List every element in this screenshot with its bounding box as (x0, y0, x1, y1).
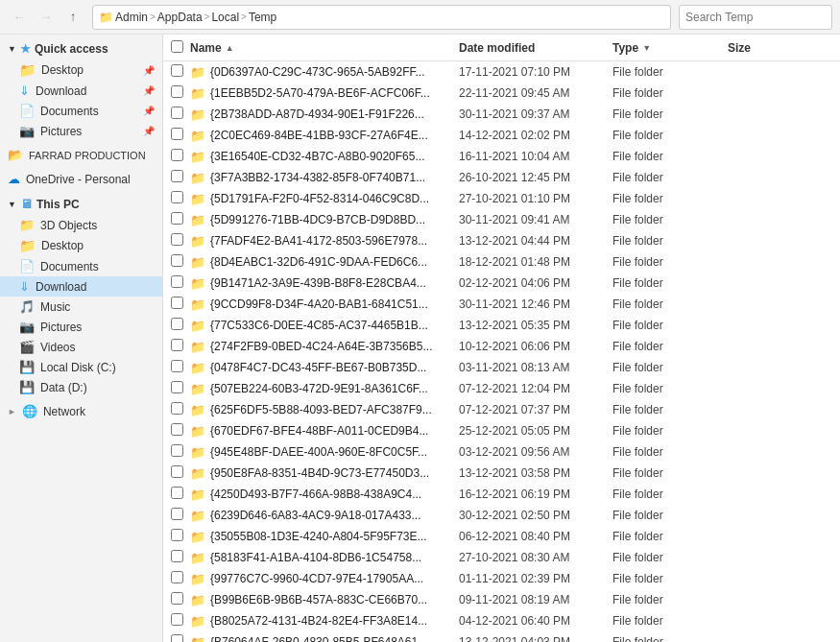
table-row[interactable]: 📁 {0478F4C7-DC43-45FF-BE67-B0B735D... 03… (163, 357, 840, 378)
sidebar-item-farrad[interactable]: 📂 FARRAD PRODUCTION (0, 145, 162, 165)
sidebar-item-local-disk-c[interactable]: 💾 Local Disk (C:) (0, 357, 162, 377)
table-row[interactable]: 📁 {4250D493-B7F7-466A-98B8-438A9C4... 16… (163, 484, 840, 505)
sidebar-item-download-quick[interactable]: ⇓ Download 📌 (0, 81, 162, 101)
sidebar-item-download-pc[interactable]: ⇓ Download (0, 276, 162, 297)
row-checkbox[interactable] (171, 423, 183, 436)
sidebar-item-documents-quick[interactable]: 📄 Documents 📌 (0, 101, 162, 121)
col-header-date[interactable]: Date modified (459, 41, 612, 55)
row-checkbox[interactable] (171, 381, 183, 393)
row-checkbox[interactable] (171, 529, 183, 541)
file-type: File folder (612, 150, 728, 163)
file-name-col: 📁 {950E8FA8-8351-4B4D-9C73-E77450D3... (190, 466, 459, 481)
table-row[interactable]: 📁 {507EB224-60B3-472D-9E91-8A361C6F... 0… (163, 378, 840, 399)
sidebar-item-data-d[interactable]: 💾 Data (D:) (0, 377, 162, 397)
table-row[interactable]: 📁 {0D6397A0-C29C-473C-965A-5AB92FF... 17… (163, 61, 840, 83)
sidebar-header-quick-access[interactable]: ▼ ★ Quick access (0, 38, 162, 59)
sidebar-item-documents-pc[interactable]: 📄 Documents (0, 256, 162, 276)
row-checkbox[interactable] (171, 360, 183, 372)
sidebar-item-network[interactable]: ► 🌐 Network (0, 401, 162, 421)
table-row[interactable]: 📁 {2C0EC469-84BE-41BB-93CF-27A6F4E... 14… (163, 125, 840, 146)
row-checkbox[interactable] (171, 254, 183, 267)
row-checkbox[interactable] (171, 465, 183, 478)
row-checkbox[interactable] (171, 444, 183, 457)
file-type: File folder (612, 255, 728, 269)
row-checkbox[interactable] (171, 571, 183, 583)
table-row[interactable]: 📁 {945E48BF-DAEE-400A-960E-8FC0C5F... 03… (163, 441, 840, 463)
table-row[interactable]: 📁 {8D4EABC1-32D6-491C-9DAA-FED6C6... 18-… (163, 251, 840, 273)
row-checkbox[interactable] (171, 592, 183, 605)
sidebar-item-3dobjects[interactable]: 📁 3D Objects (0, 215, 162, 235)
file-date: 13-12-2021 04:03 PM (459, 635, 612, 642)
row-checkbox[interactable] (171, 297, 183, 309)
table-row[interactable]: 📁 {670EDF67-BFE4-48BF-A011-0CED9B4... 25… (163, 420, 840, 441)
col-name-label: Name (190, 41, 222, 55)
row-checkbox[interactable] (171, 170, 183, 182)
row-checkbox[interactable] (171, 508, 183, 520)
nav-buttons: ← → ↑ (8, 6, 84, 29)
table-row[interactable]: 📁 {3E16540E-CD32-4B7C-A8B0-9020F65... 16… (163, 146, 840, 167)
row-checkbox[interactable] (171, 402, 183, 415)
row-checkbox[interactable] (171, 149, 183, 161)
sidebar-item-music[interactable]: 🎵 Music (0, 297, 162, 317)
sidebar-item-videos[interactable]: 🎬 Videos (0, 337, 162, 357)
file-date: 27-10-2021 01:10 PM (459, 192, 612, 205)
table-row[interactable]: 📁 {7FADF4E2-BA41-4172-8503-596E7978... 1… (163, 230, 840, 251)
table-row[interactable]: 📁 {58183F41-A1BA-4104-8DB6-1C54758... 27… (163, 547, 840, 568)
table-row[interactable]: 📁 {35055B08-1D3E-4240-A804-5F95F73E... 0… (163, 526, 840, 547)
table-row[interactable]: 📁 {9CCD99F8-D34F-4A20-BAB1-6841C51... 30… (163, 294, 840, 315)
table-row[interactable]: 📁 {5D1791FA-F2F0-4F52-8314-046C9C8D... 2… (163, 188, 840, 209)
sidebar-item-pictures-quick[interactable]: 📷 Pictures 📌 (0, 121, 162, 141)
file-name: {274F2FB9-0BED-4C24-A64E-3B7356B5... (210, 340, 432, 353)
row-checkbox-col (171, 508, 190, 523)
table-row[interactable]: 📁 {9B1471A2-3A9E-439B-B8F8-E28CBA4... 02… (163, 273, 840, 294)
row-checkbox[interactable] (171, 233, 183, 246)
row-checkbox[interactable] (171, 191, 183, 203)
table-row[interactable]: 📁 {625F6DF5-5B88-4093-BED7-AFC387F9... 0… (163, 399, 840, 420)
select-all-checkbox[interactable] (171, 40, 183, 53)
col-type-dropdown-icon[interactable]: ▼ (642, 43, 651, 53)
back-button[interactable]: ← (8, 6, 31, 29)
row-checkbox[interactable] (171, 64, 183, 77)
row-checkbox[interactable] (171, 339, 183, 351)
sidebar-item-onedrive[interactable]: ☁ OneDrive - Personal (0, 169, 162, 189)
row-checkbox[interactable] (171, 107, 183, 119)
row-checkbox[interactable] (171, 318, 183, 330)
table-row[interactable]: 📁 {1EEBB5D2-5A70-479A-BE6F-ACFC06F... 22… (163, 83, 840, 104)
file-name: {B76064AF-26B0-4830-85B5-BF648A61... (210, 635, 427, 642)
table-row[interactable]: 📁 {2B738ADD-A87D-4934-90E1-F91F226... 30… (163, 104, 840, 125)
farrad-icon: 📂 (8, 148, 23, 162)
file-type: File folder (612, 635, 728, 642)
file-type: File folder (612, 614, 728, 628)
sidebar-item-pictures-pc[interactable]: 📷 Pictures (0, 317, 162, 337)
row-checkbox[interactable] (171, 85, 183, 98)
col-header-name[interactable]: Name ▲ (190, 41, 459, 55)
up-button[interactable]: ↑ (61, 6, 84, 29)
table-row[interactable]: 📁 {99776C7C-9960-4CD7-97E4-17905AA... 01… (163, 568, 840, 589)
table-row[interactable]: 📁 {B99B6E6B-9B6B-457A-883C-CE66B70... 09… (163, 589, 840, 610)
file-name-col: 📁 {5D1791FA-F2F0-4F52-8314-046C9C8D... (190, 192, 459, 206)
table-row[interactable]: 📁 {77C533C6-D0EE-4C85-AC37-4465B1B... 13… (163, 315, 840, 336)
row-checkbox[interactable] (171, 487, 183, 499)
table-row[interactable]: 📁 {3F7A3BB2-1734-4382-85F8-0F740B71... 2… (163, 167, 840, 188)
address-bar[interactable]: 📁 Admin > AppData > Local > Temp (92, 5, 671, 30)
sidebar-header-this-pc[interactable]: ▼ 🖥 This PC (0, 193, 162, 215)
col-header-size[interactable]: Size (728, 41, 751, 55)
sidebar-item-desktop-quick[interactable]: 📁 Desktop 📌 (0, 59, 162, 81)
search-input[interactable] (679, 5, 832, 30)
row-checkbox[interactable] (171, 212, 183, 225)
row-checkbox[interactable] (171, 634, 183, 642)
col-header-type[interactable]: Type ▼ (612, 41, 728, 55)
row-checkbox[interactable] (171, 128, 183, 140)
forward-button[interactable]: → (35, 6, 58, 29)
table-row[interactable]: 📁 {274F2FB9-0BED-4C24-A64E-3B7356B5... 1… (163, 336, 840, 357)
table-row[interactable]: 📁 {950E8FA8-8351-4B4D-9C73-E77450D3... 1… (163, 463, 840, 484)
row-checkbox[interactable] (171, 613, 183, 626)
row-checkbox[interactable] (171, 550, 183, 562)
table-row[interactable]: 📁 {B76064AF-26B0-4830-85B5-BF648A61... 1… (163, 631, 840, 642)
table-row[interactable]: 📁 {6239D646-6A83-4AC9-9A18-017A433... 30… (163, 505, 840, 526)
sidebar-item-desktop-pc[interactable]: 📁 Desktop (0, 235, 162, 256)
row-checkbox[interactable] (171, 275, 183, 288)
table-row[interactable]: 📁 {B8025A72-4131-4B24-82E4-FF3A8E14... 0… (163, 610, 840, 631)
breadcrumb-local: Local (211, 11, 239, 24)
table-row[interactable]: 📁 {5D991276-71BB-4DC9-B7CB-D9D8BD... 30-… (163, 209, 840, 230)
